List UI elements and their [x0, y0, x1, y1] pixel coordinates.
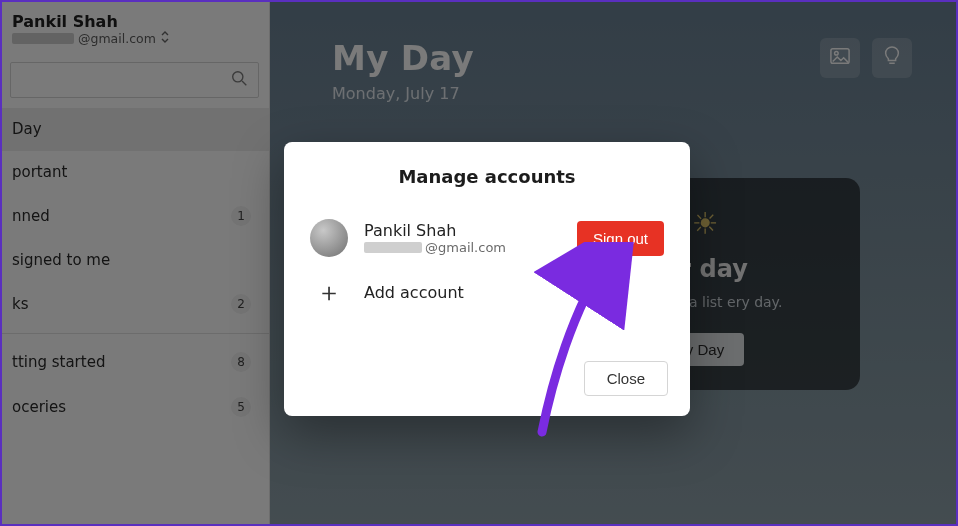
redacted-email-local: [364, 242, 422, 253]
account-row-name: Pankil Shah: [364, 221, 561, 240]
avatar: [310, 219, 348, 257]
sign-out-button[interactable]: Sign out: [577, 221, 664, 256]
close-button[interactable]: Close: [584, 361, 668, 396]
manage-accounts-dialog: Manage accounts Pankil Shah @gmail.com S…: [284, 142, 690, 416]
add-account-row[interactable]: ＋ Add account: [306, 265, 668, 319]
account-row: Pankil Shah @gmail.com Sign out: [306, 211, 668, 265]
plus-icon: ＋: [310, 273, 348, 311]
dialog-title: Manage accounts: [306, 166, 668, 187]
account-row-email: @gmail.com: [364, 240, 561, 255]
add-account-label: Add account: [364, 283, 464, 302]
